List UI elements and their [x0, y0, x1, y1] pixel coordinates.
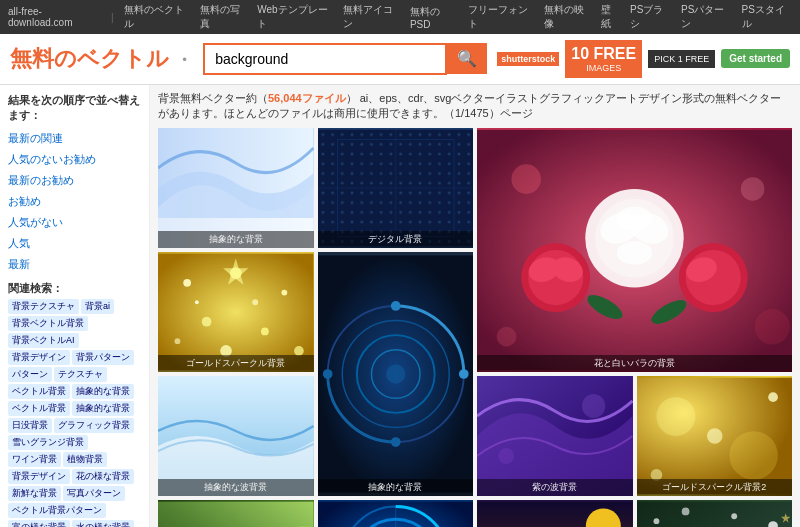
svg-point-48: [322, 369, 332, 379]
tag-graphic-bg[interactable]: グラフィック背景: [54, 418, 134, 433]
site-logo: 無料のベクトル ・: [10, 44, 193, 74]
sort-section: 結果を次の順序で並べ替えます： 最新の関連 人気のないお勧め 最新のお勧め お勧…: [8, 93, 141, 273]
sort-label: 結果を次の順序で並べ替えます：: [8, 93, 141, 123]
tag-bg-vector-bg[interactable]: 背景ベクトル背景: [8, 316, 88, 331]
tag-vector-bg-pattern[interactable]: ベクトル背景パターン: [8, 503, 106, 518]
svg-point-45: [390, 301, 400, 311]
related-tags-container: 背景テクスチャ 背景ai 背景ベクトル背景 背景ベクトルAI 背景デザイン 背景…: [8, 299, 141, 527]
search-button[interactable]: 🔍: [447, 43, 487, 74]
svg-point-51: [582, 394, 605, 418]
image-label-5: 抽象的な背景: [318, 479, 474, 496]
sort-popular[interactable]: 人気: [8, 235, 30, 252]
image-label-8: ゴールドスパークル背景2: [637, 479, 793, 496]
image-item-8[interactable]: ゴールドスパークル背景2: [637, 376, 793, 496]
svg-point-46: [390, 437, 400, 447]
tag-bg-ai[interactable]: 背景ai: [81, 299, 114, 314]
tag-bg-design[interactable]: 背景デザイン: [8, 350, 70, 365]
tag-vector-bg2[interactable]: ベクトル背景: [8, 401, 70, 416]
image-item-2[interactable]: デジタル背景: [318, 128, 474, 248]
svg-point-30: [281, 289, 287, 295]
topnav-psstyle[interactable]: PSスタイル: [742, 3, 792, 31]
get-started-label: Get started: [729, 53, 782, 64]
free-count: 10 FREE: [571, 44, 636, 63]
image-item-11[interactable]: ハロウィン背景: [477, 500, 633, 527]
tag-abstract-bg2[interactable]: 抽象的な背景: [72, 401, 134, 416]
svg-point-37: [252, 299, 258, 305]
sort-rec[interactable]: お勧め: [8, 193, 41, 210]
result-count: 56,044ファイル: [268, 92, 346, 104]
result-info: 背景無料ベクター約（56,044ファイル） ai、eps、cdr、svgベクター…: [158, 91, 792, 122]
svg-point-23: [511, 164, 541, 194]
topnav-photo[interactable]: 無料の写真: [200, 3, 247, 31]
get-started-button[interactable]: Get started: [721, 49, 790, 68]
pick-free-badge[interactable]: PICK 1 FREE: [648, 50, 715, 68]
tag-bg-texture[interactable]: 背景テクスチャ: [8, 299, 79, 314]
image-label-4: ゴールドスパークル背景: [158, 355, 314, 372]
topnav-psd[interactable]: 無料のPSD: [410, 5, 458, 30]
svg-point-57: [768, 392, 778, 402]
tag-fresh-bg[interactable]: 新鮮な背景: [8, 486, 61, 501]
tag-photo-pattern[interactable]: 写真パターン: [63, 486, 125, 501]
main-content: 背景無料ベクター約（56,044ファイル） ai、eps、cdr、svgベクター…: [150, 85, 800, 527]
related-title: 関連検索：: [8, 281, 141, 296]
topnav-video[interactable]: 無料の映像: [544, 3, 591, 31]
tag-texture[interactable]: テクスチャ: [54, 367, 107, 382]
top-navigation: all-free-download.com | 無料のベクトル 無料の写真 We…: [0, 0, 800, 34]
topnav-pspattern[interactable]: PSパターン: [681, 3, 731, 31]
topnav-psbrush[interactable]: PSブラシ: [630, 3, 671, 31]
svg-point-54: [656, 397, 695, 436]
svg-point-31: [202, 317, 212, 327]
svg-point-26: [497, 327, 517, 347]
sort-latest[interactable]: 最新: [8, 256, 30, 273]
tag-wine-bg[interactable]: ワイン背景: [8, 452, 61, 467]
svg-point-25: [755, 309, 790, 344]
svg-point-85: [681, 507, 689, 515]
svg-point-44: [386, 364, 405, 383]
tag-sunset-bg[interactable]: 日没背景: [8, 418, 52, 433]
images-label: IMAGES: [571, 63, 636, 74]
svg-point-24: [741, 177, 765, 201]
topnav-web[interactable]: Webテンプレート: [257, 3, 333, 31]
image-item-12[interactable]: Merry Christmas Happy New Year メリークリスマス背…: [637, 500, 793, 527]
image-item-1[interactable]: 抽象的な背景: [158, 128, 314, 248]
image-item-4[interactable]: ゴールドスパークル背景: [158, 252, 314, 372]
topnav-wallpaper[interactable]: 壁紙: [601, 3, 620, 31]
tag-vector-bg[interactable]: ベクトル背景: [8, 384, 70, 399]
tag-bg-vector-ai[interactable]: 背景ベクトルAI: [8, 333, 79, 348]
logo-text: 無料のベクトル: [10, 46, 169, 71]
search-input[interactable]: [203, 43, 447, 75]
svg-point-28: [183, 279, 191, 287]
sort-latest-related[interactable]: 最新の関連: [8, 130, 63, 147]
image-item-9[interactable]: 緑の波背景: [158, 500, 314, 527]
content-area: 結果を次の順序で並べ替えます： 最新の関連 人気のないお勧め 最新のお勧め お勧…: [0, 85, 800, 527]
shutterstock-logo[interactable]: shutterstock: [497, 52, 559, 66]
related-section: 関連検索： 背景テクスチャ 背景ai 背景ベクトル背景 背景ベクトルAI 背景デ…: [8, 281, 141, 527]
image-item-10[interactable]: 抽象的なテクノロジーサークルと明るい青: [318, 500, 474, 527]
topnav-vector[interactable]: 無料のベクトル: [124, 3, 190, 31]
topnav-font[interactable]: フリーフォント: [468, 3, 534, 31]
svg-point-36: [195, 300, 199, 304]
image-item-7[interactable]: 紫の波背景: [477, 376, 633, 496]
svg-point-84: [653, 518, 659, 524]
image-item-6[interactable]: 抽象的な波背景: [158, 376, 314, 496]
sort-unpopular-rec[interactable]: 人気のないお勧め: [8, 151, 96, 168]
tag-abstract-bg[interactable]: 抽象的な背景: [72, 384, 134, 399]
image-item-3[interactable]: 花と白いバラの背景: [477, 128, 792, 372]
free-images-badge[interactable]: 10 FREE IMAGES: [565, 40, 642, 78]
topnav-icon[interactable]: 無料アイコン: [343, 3, 400, 31]
svg-point-33: [175, 338, 181, 344]
tag-snow-grunge[interactable]: 雪いグランジ背景: [8, 435, 88, 450]
image-item-5[interactable]: 抽象的な背景: [318, 252, 474, 496]
svg-point-32: [261, 327, 269, 335]
sort-unpopular[interactable]: 人気がない: [8, 214, 63, 231]
tag-bg-design2[interactable]: 背景デザイン: [8, 469, 70, 484]
logo-dot: ・: [175, 50, 193, 70]
sort-latest-rec[interactable]: 最新のお勧め: [8, 172, 74, 189]
tag-plant-bg[interactable]: 植物背景: [63, 452, 107, 467]
tag-rich-bg[interactable]: 富の様な背景: [8, 520, 70, 527]
tag-bg-pattern[interactable]: 背景パターン: [72, 350, 134, 365]
tag-pattern[interactable]: パターン: [8, 367, 52, 382]
tag-floral-bg[interactable]: 花の様な背景: [72, 469, 134, 484]
topnav-domain[interactable]: all-free-download.com: [8, 6, 101, 28]
tag-water-bg[interactable]: 水の様な背景: [72, 520, 134, 527]
